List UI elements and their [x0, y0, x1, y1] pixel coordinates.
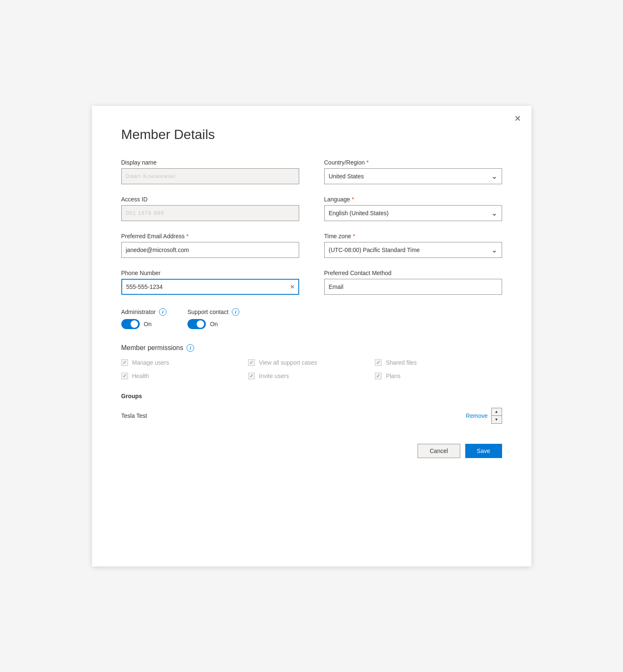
toggles-section: Administrator i On Support contact i On — [121, 308, 502, 329]
group-name: Tesla Test — [121, 412, 147, 419]
support-contact-toggle-row: On — [187, 319, 239, 329]
email-field: Preferred Email Address * — [121, 233, 299, 258]
access-id-input[interactable] — [121, 205, 299, 221]
manage-users-label: Manage users — [132, 359, 169, 366]
contact-method-label: Preferred Contact Method — [324, 270, 502, 276]
administrator-label: Administrator — [121, 309, 156, 315]
dialog-footer: Cancel Save — [121, 444, 502, 458]
timezone-field: Time zone * (UTC-08:00) Pacific Standard… — [324, 233, 502, 258]
required-asterisk: * — [367, 159, 369, 166]
permissions-grid: ✓ Manage users ✓ View all support cases … — [121, 359, 502, 379]
display-name-field: Display name — [121, 159, 299, 184]
support-contact-status: On — [210, 321, 218, 327]
sort-buttons: ▲ ▼ — [491, 408, 502, 424]
permissions-info-icon[interactable]: i — [187, 344, 194, 352]
dialog-title: Member Details — [121, 127, 502, 142]
country-region-label: Country/Region * — [324, 159, 502, 166]
phone-input-wrapper: ✕ — [121, 279, 299, 295]
support-contact-label: Support contact — [187, 309, 228, 315]
groups-title: Groups — [121, 393, 502, 399]
shared-files-label: Shared files — [386, 359, 417, 366]
permission-view-support-cases: ✓ View all support cases — [248, 359, 375, 366]
sort-up-button[interactable]: ▲ — [492, 408, 502, 416]
required-asterisk: * — [353, 233, 355, 239]
access-id-field: Access ID — [121, 196, 299, 221]
contact-method-field: Preferred Contact Method — [324, 270, 502, 295]
invite-users-label: Invite users — [259, 373, 289, 379]
timezone-label: Time zone * — [324, 233, 502, 239]
display-name-input[interactable] — [121, 168, 299, 184]
health-label: Health — [132, 373, 149, 379]
permissions-section: Member permissions i ✓ Manage users ✓ Vi… — [121, 344, 502, 379]
permission-health: ✓ Health — [121, 373, 248, 379]
administrator-toggle-row: On — [121, 319, 167, 329]
phone-input[interactable] — [121, 279, 299, 295]
language-field: Language * English (United States) ⌄ — [324, 196, 502, 221]
sort-down-button[interactable]: ▼ — [492, 416, 502, 423]
plans-label: Plans — [386, 373, 400, 379]
save-button[interactable]: Save — [465, 444, 502, 458]
administrator-status: On — [144, 321, 152, 327]
email-input[interactable] — [121, 242, 299, 258]
manage-users-checkbox[interactable]: ✓ — [121, 359, 128, 366]
close-button[interactable]: ✕ — [514, 114, 521, 123]
administrator-toggle[interactable] — [121, 319, 140, 329]
permissions-title: Member permissions i — [121, 344, 502, 352]
support-contact-label-row: Support contact i — [187, 308, 239, 316]
phone-label: Phone Number — [121, 270, 299, 276]
administrator-toggle-group: Administrator i On — [121, 308, 167, 329]
support-contact-info-icon[interactable]: i — [232, 308, 239, 316]
member-details-dialog: ✕ Member Details Display name Country/Re… — [92, 106, 531, 566]
required-asterisk: * — [352, 196, 354, 203]
administrator-info-icon[interactable]: i — [159, 308, 167, 316]
groups-section: Groups Tesla Test Remove ▲ ▼ — [121, 393, 502, 427]
chevron-down-icon: ⌄ — [491, 172, 497, 181]
group-actions: Remove ▲ ▼ — [466, 408, 502, 424]
access-id-label: Access ID — [121, 196, 299, 203]
support-contact-toggle[interactable] — [187, 319, 206, 329]
view-support-cases-checkbox[interactable]: ✓ — [248, 359, 255, 366]
chevron-down-icon: ⌄ — [491, 245, 497, 255]
permission-invite-users: ✓ Invite users — [248, 373, 375, 379]
permission-manage-users: ✓ Manage users — [121, 359, 248, 366]
language-select[interactable]: English (United States) ⌄ — [324, 205, 502, 221]
health-checkbox[interactable]: ✓ — [121, 373, 128, 379]
phone-field: Phone Number ✕ — [121, 270, 299, 295]
permission-shared-files: ✓ Shared files — [375, 359, 502, 366]
chevron-down-icon: ⌄ — [491, 209, 497, 218]
group-item: Tesla Test Remove ▲ ▼ — [121, 404, 502, 427]
support-contact-toggle-group: Support contact i On — [187, 308, 239, 329]
form-grid: Display name Country/Region * United Sta… — [121, 159, 502, 295]
administrator-label-row: Administrator i — [121, 308, 167, 316]
contact-method-input[interactable] — [324, 279, 502, 295]
remove-group-link[interactable]: Remove — [466, 412, 487, 419]
permission-plans: ✓ Plans — [375, 373, 502, 379]
cancel-button[interactable]: Cancel — [418, 444, 460, 458]
plans-checkbox[interactable]: ✓ — [375, 373, 382, 379]
required-asterisk: * — [186, 233, 188, 239]
shared-files-checkbox[interactable]: ✓ — [375, 359, 382, 366]
timezone-select[interactable]: (UTC-08:00) Pacific Standard Time ⌄ — [324, 242, 502, 258]
language-label: Language * — [324, 196, 502, 203]
country-region-field: Country/Region * United States ⌄ — [324, 159, 502, 184]
invite-users-checkbox[interactable]: ✓ — [248, 373, 255, 379]
phone-clear-icon[interactable]: ✕ — [290, 283, 295, 290]
email-label: Preferred Email Address * — [121, 233, 299, 239]
country-region-select[interactable]: United States ⌄ — [324, 168, 502, 184]
display-name-label: Display name — [121, 159, 299, 166]
view-support-cases-label: View all support cases — [259, 359, 317, 366]
